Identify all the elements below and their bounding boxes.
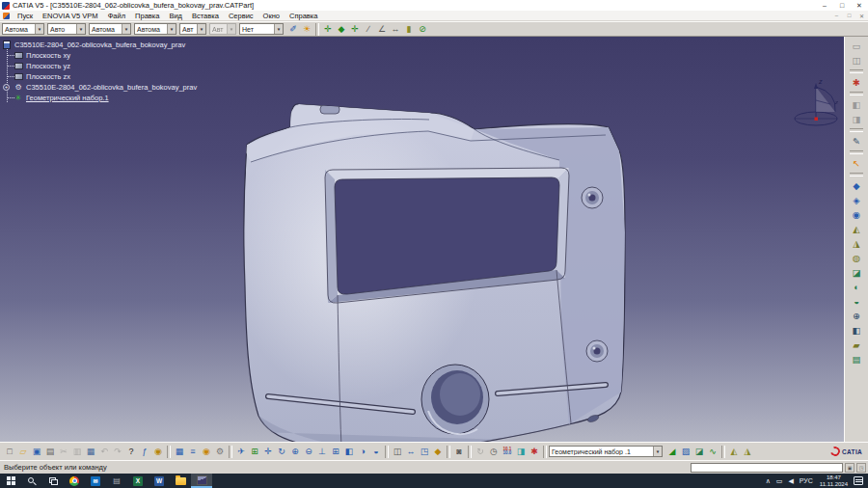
angle-constraint-icon[interactable]: ∠ [375,22,389,36]
explorer-taskbar-button[interactable] [170,474,191,488]
light-source-icon[interactable]: ☀ [300,22,313,36]
plane-icon[interactable]: ◉ [849,207,864,222]
sweep-surface-icon[interactable]: ◐ [849,280,864,294]
tree-item-plane-yz[interactable]: Плоскость yz [2,61,233,71]
speaker-tray-icon[interactable]: ◀ [785,477,796,485]
excel-taskbar-button[interactable]: X [127,474,149,488]
mass-properties-icon[interactable]: ◆ [431,445,445,459]
taskbar-search-button[interactable] [21,474,42,488]
flag-note-icon[interactable]: ✱ [849,75,864,90]
chrome-taskbar-button[interactable] [64,474,85,488]
new-file-icon[interactable]: □ [3,445,16,459]
clock[interactable]: 18:47 11.11.2024 [816,474,852,487]
close-button[interactable]: ✕ [851,2,868,10]
develop-surface-icon[interactable]: ◭ [727,445,741,459]
action-center-button[interactable] [854,476,863,485]
stereo-view-icon[interactable]: ◫ [391,445,404,459]
line-color-combo[interactable]: Автома▼ [89,23,131,35]
sketcher-icon[interactable]: ✎ [849,134,864,149]
restore-button[interactable]: □ [833,2,851,10]
menu-view[interactable]: Вид [164,12,187,20]
chevron-down-icon[interactable]: ▼ [274,24,283,34]
picture-capture-icon[interactable]: ▨ [679,445,692,459]
knowledge-expert-icon[interactable]: ✱ [528,445,541,459]
tree-item-part-body[interactable]: + ⚙ C35510E-2804_062-oblicovka_bufera_bo… [2,82,233,93]
surface-pad-icon[interactable]: ◢ [665,445,679,459]
chevron-down-icon[interactable]: ▼ [197,24,205,34]
tree-item-label[interactable]: Плоскость zx [26,72,70,81]
minimize-button[interactable]: – [816,2,833,10]
dimension-icon[interactable]: ↔ [389,22,402,36]
cut-icon[interactable]: ✂ [57,445,70,459]
line-weight-combo[interactable]: Авт▼ [179,23,206,35]
device-taskbar-button[interactable]: ▤ [106,474,127,488]
opacity-combo[interactable]: Авто▼ [47,23,86,35]
task-view-button[interactable] [42,474,64,488]
child-minimize-button[interactable]: – [830,13,843,19]
knowledge-icon[interactable]: ◉ [151,445,165,459]
whats-this-icon[interactable]: ? [124,445,138,459]
tree-item-label[interactable]: Плоскость xy [26,51,70,60]
expand-node-icon[interactable]: + [3,84,10,91]
fit-all-icon[interactable]: ⊞ [248,445,261,459]
render-camera-icon[interactable]: ◙ [452,445,466,459]
move-cross-icon[interactable]: ✛ [321,22,335,36]
ruler-icon[interactable]: ▮ [402,22,416,36]
design-table-icon[interactable]: ▦ [173,445,186,459]
copy-icon[interactable]: ▥ [70,445,84,459]
update-icon[interactable]: ↻ [474,445,487,459]
3d-viewport[interactable]: C35510E-2804_062-oblicovka_bufera_bokova… [0,37,844,442]
menu-insert[interactable]: Вставка [187,12,224,20]
catalog-browser-icon[interactable]: ⚙ [213,445,227,459]
chevron-down-icon[interactable]: ▼ [122,24,130,34]
view-compass[interactable]: z z [787,75,847,129]
chevron-down-icon[interactable]: ▼ [653,447,662,456]
snap-diamond-icon[interactable]: ◆ [335,22,348,36]
zoom-out-icon[interactable]: ⊖ [302,445,315,459]
paste-icon[interactable]: ▦ [84,445,97,459]
no-snap-icon[interactable]: ⊘ [416,22,429,36]
line-icon[interactable]: ◈ [849,193,864,207]
join-icon[interactable]: ⊕ [849,309,864,323]
split-icon[interactable]: ◧ [849,323,864,338]
menu-file[interactable]: Файл [103,12,130,20]
power-input-button[interactable]: ▣ [845,463,854,473]
menu-edit[interactable]: Правка [130,12,164,20]
menu-window[interactable]: Окно [258,12,285,20]
shading-mode-icon[interactable]: ◑ [356,445,369,459]
curve-analysis-icon[interactable]: ∿ [706,445,719,459]
chevron-down-icon[interactable]: ▼ [76,24,85,34]
multi-view-icon[interactable]: ⊞ [329,445,342,459]
tree-item-label[interactable]: Геометрический набор.1 [26,94,109,102]
command-input[interactable] [691,463,843,473]
tree-root-label[interactable]: C35510E-2804_062-oblicovka_bufera_bokova… [14,41,185,49]
tray-chevron-button[interactable]: ∧ [763,477,773,485]
child-close-button[interactable]: ✕ [855,13,868,19]
select-arrow-icon[interactable]: ↖ [849,156,864,171]
smart-pick-icon[interactable]: ✛ [348,22,362,36]
analysis-icon[interactable]: ◪ [692,445,706,459]
tree-item-plane-xy[interactable]: Плоскость xy [2,50,233,61]
fill-surface-icon[interactable]: ◒ [849,294,864,309]
pan-icon[interactable]: ✛ [261,445,275,459]
window-layout-icon[interactable]: ◫ [849,53,864,68]
hidden-line-mode-icon[interactable]: ◒ [369,445,383,459]
print-icon[interactable]: ▤ [43,445,57,459]
revolve-surface-icon[interactable]: ◮ [849,236,864,251]
paint-properties-icon[interactable]: ✐ [286,22,300,36]
tree-item-plane-zx[interactable]: Плоскость zx [2,71,233,82]
chevron-down-icon[interactable]: ▼ [167,24,176,34]
undo-icon[interactable]: ↶ [97,445,111,459]
layer-combo[interactable]: Нет▼ [239,23,284,35]
fly-mode-icon[interactable]: ✈ [234,445,248,459]
offset-surface-icon[interactable]: ◪ [849,265,864,280]
sphere-surface-icon[interactable]: ◍ [849,251,864,265]
3d-model-bumper-side-cover[interactable] [239,93,635,457]
outlook-taskbar-button[interactable]: ✉ [85,474,106,488]
tree-item-label[interactable]: C35510E-2804_062-oblicovka_bufera_bokova… [26,83,197,92]
open-file-icon[interactable]: ▱ [16,445,30,459]
view-mode-icon[interactable]: ◧ [849,97,864,112]
redo-icon[interactable]: ↷ [111,445,124,459]
normal-view-icon[interactable]: ⊥ [315,445,329,459]
formula-icon[interactable]: ƒ [138,445,151,459]
